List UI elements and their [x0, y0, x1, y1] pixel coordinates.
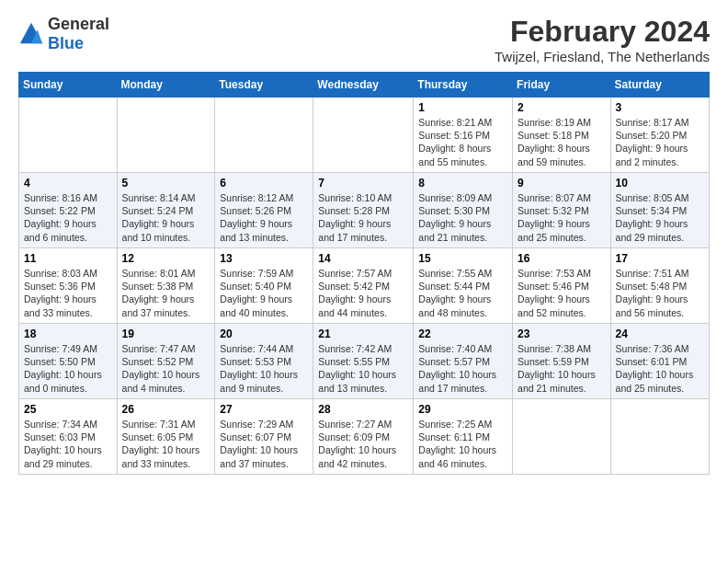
day-number: 21: [318, 327, 408, 340]
day-number: 17: [616, 252, 704, 265]
calendar-week-row: 18 Sunrise: 7:49 AMSunset: 5:50 PMDaylig…: [19, 324, 710, 399]
column-header-wednesday: Wednesday: [313, 73, 414, 98]
day-info: Sunrise: 8:09 AMSunset: 5:30 PMDaylight:…: [418, 192, 492, 243]
calendar-cell: 28 Sunrise: 7:27 AMSunset: 6:09 PMDaylig…: [313, 399, 414, 475]
day-number: 11: [24, 252, 112, 265]
calendar-cell: 25 Sunrise: 7:34 AMSunset: 6:03 PMDaylig…: [19, 399, 118, 475]
day-number: 4: [24, 177, 112, 190]
day-info: Sunrise: 7:44 AMSunset: 5:53 PMDaylight:…: [220, 343, 298, 394]
day-number: 3: [616, 101, 704, 114]
calendar-cell: 16 Sunrise: 7:53 AMSunset: 5:46 PMDaylig…: [513, 248, 611, 324]
calendar-cell: 14 Sunrise: 7:57 AMSunset: 5:42 PMDaylig…: [313, 248, 414, 324]
day-number: 5: [122, 177, 210, 190]
day-info: Sunrise: 7:25 AMSunset: 6:11 PMDaylight:…: [418, 419, 496, 469]
calendar-cell: 1 Sunrise: 8:21 AMSunset: 5:16 PMDayligh…: [414, 98, 513, 173]
calendar-cell: [117, 98, 215, 173]
day-info: Sunrise: 7:49 AMSunset: 5:50 PMDaylight:…: [24, 343, 102, 394]
calendar-cell: 21 Sunrise: 7:42 AMSunset: 5:55 PMDaylig…: [313, 324, 414, 399]
calendar-cell: [313, 98, 414, 173]
day-info: Sunrise: 8:03 AMSunset: 5:36 PMDaylight:…: [24, 268, 97, 318]
calendar-cell: 26 Sunrise: 7:31 AMSunset: 6:05 PMDaylig…: [117, 399, 215, 475]
calendar-cell: 29 Sunrise: 7:25 AMSunset: 6:11 PMDaylig…: [414, 399, 513, 475]
day-info: Sunrise: 7:27 AMSunset: 6:09 PMDaylight:…: [318, 419, 396, 469]
day-info: Sunrise: 7:57 AMSunset: 5:42 PMDaylight:…: [318, 268, 392, 318]
calendar-cell: 11 Sunrise: 8:03 AMSunset: 5:36 PMDaylig…: [19, 248, 118, 324]
day-info: Sunrise: 7:31 AMSunset: 6:05 PMDaylight:…: [122, 419, 200, 469]
day-number: 16: [518, 252, 606, 265]
day-info: Sunrise: 7:38 AMSunset: 5:59 PMDaylight:…: [518, 343, 596, 394]
calendar-week-row: 4 Sunrise: 8:16 AMSunset: 5:22 PMDayligh…: [19, 173, 710, 248]
calendar-cell: 18 Sunrise: 7:49 AMSunset: 5:50 PMDaylig…: [19, 324, 118, 399]
day-info: Sunrise: 8:01 AMSunset: 5:38 PMDaylight:…: [122, 268, 196, 318]
day-number: 1: [418, 101, 507, 114]
calendar-cell: [610, 399, 709, 475]
calendar-cell: 3 Sunrise: 8:17 AMSunset: 5:20 PMDayligh…: [610, 98, 709, 173]
day-number: 18: [24, 327, 112, 340]
day-info: Sunrise: 7:34 AMSunset: 6:03 PMDaylight:…: [24, 419, 102, 469]
day-number: 29: [418, 403, 507, 416]
logo-icon: [18, 21, 44, 47]
calendar-table: SundayMondayTuesdayWednesdayThursdayFrid…: [18, 72, 710, 475]
day-info: Sunrise: 8:05 AMSunset: 5:34 PMDaylight:…: [616, 192, 689, 243]
calendar-cell: 13 Sunrise: 7:59 AMSunset: 5:40 PMDaylig…: [215, 248, 313, 324]
day-number: 23: [518, 327, 606, 340]
column-header-monday: Monday: [117, 73, 215, 98]
calendar-week-row: 1 Sunrise: 8:21 AMSunset: 5:16 PMDayligh…: [19, 98, 710, 173]
column-header-sunday: Sunday: [19, 73, 118, 98]
calendar-cell: 10 Sunrise: 8:05 AMSunset: 5:34 PMDaylig…: [610, 173, 709, 248]
calendar-cell: 2 Sunrise: 8:19 AMSunset: 5:18 PMDayligh…: [513, 98, 611, 173]
day-number: 2: [518, 101, 606, 114]
calendar-cell: 12 Sunrise: 8:01 AMSunset: 5:38 PMDaylig…: [117, 248, 215, 324]
day-info: Sunrise: 8:12 AMSunset: 5:26 PMDaylight:…: [220, 192, 293, 243]
calendar-cell: 24 Sunrise: 7:36 AMSunset: 6:01 PMDaylig…: [610, 324, 709, 399]
day-info: Sunrise: 8:10 AMSunset: 5:28 PMDaylight:…: [318, 192, 392, 243]
day-number: 12: [122, 252, 210, 265]
day-number: 27: [220, 403, 308, 416]
logo-blue: Blue: [48, 34, 84, 52]
day-number: 20: [220, 327, 308, 340]
logo: General Blue: [18, 15, 109, 53]
header: General Blue February 2024 Twijzel, Frie…: [18, 15, 710, 64]
title-area: February 2024 Twijzel, Friesland, The Ne…: [495, 15, 710, 64]
day-number: 22: [418, 327, 507, 340]
calendar-week-row: 25 Sunrise: 7:34 AMSunset: 6:03 PMDaylig…: [19, 399, 710, 475]
calendar-cell: 8 Sunrise: 8:09 AMSunset: 5:30 PMDayligh…: [414, 173, 513, 248]
day-number: 10: [616, 177, 704, 190]
column-header-thursday: Thursday: [414, 73, 513, 98]
day-number: 7: [318, 177, 408, 190]
day-info: Sunrise: 7:40 AMSunset: 5:57 PMDaylight:…: [418, 343, 496, 394]
day-info: Sunrise: 8:21 AMSunset: 5:16 PMDaylight:…: [418, 117, 492, 167]
day-info: Sunrise: 8:07 AMSunset: 5:32 PMDaylight:…: [518, 192, 591, 243]
column-header-friday: Friday: [513, 73, 611, 98]
calendar-cell: 27 Sunrise: 7:29 AMSunset: 6:07 PMDaylig…: [215, 399, 313, 475]
day-info: Sunrise: 8:17 AMSunset: 5:20 PMDaylight:…: [616, 117, 689, 167]
calendar-cell: [19, 98, 118, 173]
day-info: Sunrise: 8:16 AMSunset: 5:22 PMDaylight:…: [24, 192, 97, 243]
day-number: 26: [122, 403, 210, 416]
calendar-cell: 5 Sunrise: 8:14 AMSunset: 5:24 PMDayligh…: [117, 173, 215, 248]
calendar-cell: 6 Sunrise: 8:12 AMSunset: 5:26 PMDayligh…: [215, 173, 313, 248]
calendar-cell: 22 Sunrise: 7:40 AMSunset: 5:57 PMDaylig…: [414, 324, 513, 399]
calendar-cell: [513, 399, 611, 475]
day-number: 13: [220, 252, 308, 265]
day-number: 19: [122, 327, 210, 340]
logo-general: General: [48, 15, 109, 33]
day-info: Sunrise: 7:59 AMSunset: 5:40 PMDaylight:…: [220, 268, 293, 318]
calendar-cell: 23 Sunrise: 7:38 AMSunset: 5:59 PMDaylig…: [513, 324, 611, 399]
column-header-tuesday: Tuesday: [215, 73, 313, 98]
calendar-cell: 9 Sunrise: 8:07 AMSunset: 5:32 PMDayligh…: [513, 173, 611, 248]
calendar-cell: 15 Sunrise: 7:55 AMSunset: 5:44 PMDaylig…: [414, 248, 513, 324]
calendar-cell: 17 Sunrise: 7:51 AMSunset: 5:48 PMDaylig…: [610, 248, 709, 324]
day-info: Sunrise: 8:14 AMSunset: 5:24 PMDaylight:…: [122, 192, 196, 243]
day-number: 8: [418, 177, 507, 190]
day-info: Sunrise: 7:51 AMSunset: 5:48 PMDaylight:…: [616, 268, 689, 318]
calendar-cell: 4 Sunrise: 8:16 AMSunset: 5:22 PMDayligh…: [19, 173, 118, 248]
calendar-week-row: 11 Sunrise: 8:03 AMSunset: 5:36 PMDaylig…: [19, 248, 710, 324]
day-info: Sunrise: 7:29 AMSunset: 6:07 PMDaylight:…: [220, 419, 298, 469]
day-info: Sunrise: 7:42 AMSunset: 5:55 PMDaylight:…: [318, 343, 396, 394]
day-info: Sunrise: 7:36 AMSunset: 6:01 PMDaylight:…: [616, 343, 694, 394]
day-number: 25: [24, 403, 112, 416]
day-number: 15: [418, 252, 507, 265]
column-header-saturday: Saturday: [610, 73, 709, 98]
calendar-cell: 7 Sunrise: 8:10 AMSunset: 5:28 PMDayligh…: [313, 173, 414, 248]
